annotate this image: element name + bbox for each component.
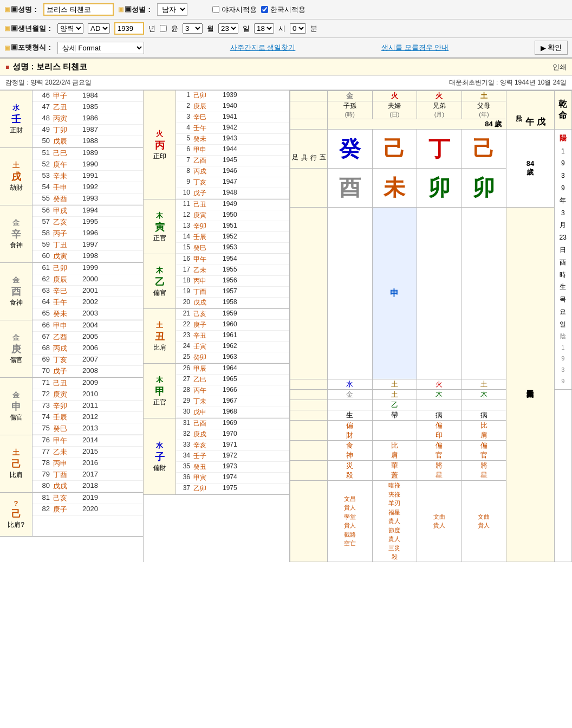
sowoon-year-row: 27乙巳1965 (176, 375, 289, 385)
sowoon-years: 1己卯19392庚辰19403辛巳19414壬午19425癸未19436甲申19… (176, 91, 289, 199)
rel2-shishi: 食神 (328, 441, 373, 461)
taeweol-label: 戊午胎月 (506, 91, 554, 130)
sowoon-column: 火丙正印1己卯19392庚辰19403辛巳19414壬午19425癸未19436… (144, 91, 290, 562)
five-elem-label: 五行具足 (290, 130, 328, 169)
sowoon-num: 35 (178, 462, 190, 472)
daewoon-age: 65 (35, 309, 50, 319)
solar-select[interactable]: 양력음력 (57, 23, 83, 34)
year-label: 년 (148, 24, 155, 34)
sowoon-year-row: 31己酉1969 (176, 418, 289, 429)
rel-nyeonsi: 父母(年) (461, 101, 506, 119)
daewoon-age: 80 (35, 481, 50, 491)
daewoon-year: 2019 (82, 493, 98, 503)
star-shishi: 災殺 (328, 461, 373, 481)
birth-label: ▣생년월일： (4, 24, 53, 34)
sowoon-year-row: 24壬寅1962 (176, 342, 289, 352)
year-input[interactable] (114, 22, 144, 35)
sowoon-meaning: 比肩 (153, 343, 166, 352)
daewoon-age: 58 (35, 229, 50, 239)
min-select[interactable]: 0 (290, 23, 306, 34)
sowoon-year-row: 7乙酉1945 (176, 156, 289, 166)
daewoon-elem-char: 土 (12, 448, 20, 458)
daewoon-year: 1997 (82, 240, 98, 250)
yoon-checkbox[interactable] (160, 25, 167, 32)
daewoon-ganjee: 丁卯 (50, 125, 82, 135)
sowoon-ganjee: 丙午 (190, 386, 223, 395)
sowoon-elem-char: 木 (156, 211, 163, 221)
daewoon-ganjee: 丙子 (50, 229, 82, 239)
day-select[interactable]: 23 (218, 23, 238, 34)
daewoon-ganjee: 庚寅 (50, 390, 82, 400)
sowoon-year-row: 16甲午1954 (176, 254, 289, 265)
daewoon-ganjee: 己巳 (50, 149, 82, 158)
daewoon-year: 1990 (82, 160, 98, 170)
check-date: 감정일 : 양력 2022/2/4 금요일 (5, 78, 92, 87)
daewoon-meaning: 正財 (10, 126, 23, 135)
confirm-arrow: ▶ (541, 44, 546, 52)
status-shishi: 生 (328, 410, 373, 421)
print-button[interactable]: 인쇄 (552, 62, 567, 72)
sowoon-num: 4 (178, 124, 190, 133)
daewoon-name-char: 壬 (11, 113, 21, 126)
daewoon-age: 81 (35, 493, 50, 503)
daewoon-year-row: 56甲戌1994 (32, 205, 143, 217)
daewoon-year: 2014 (82, 436, 98, 446)
hanguk-checkbox[interactable] (261, 6, 268, 13)
daewoon-year: 2012 (82, 413, 98, 422)
daewoon-years: 56甲戌199457乙亥199558丙子199659丁丑199760戊寅1998 (32, 205, 143, 262)
gender-label: ▣성별： (118, 5, 153, 15)
sowoon-ganjee: 庚子 (190, 320, 223, 330)
daewoon-year-row: 60戊寅1998 (32, 251, 143, 262)
format-select[interactable]: 상세 Format (57, 42, 144, 54)
name-label: ▣성명： (4, 5, 39, 15)
sowoon-num: 1 (178, 91, 190, 100)
sowoon-ganjee: 乙酉 (190, 156, 223, 165)
daewoon-age: 72 (35, 390, 50, 400)
sowoon-year: 1954 (223, 255, 237, 264)
daewoon-year: 2020 (82, 505, 98, 514)
daewoon-elem-char: 金 (12, 218, 20, 228)
sowoon-ganjee: 丁未 (190, 397, 223, 406)
confirm-button[interactable]: ▶ 확인 (535, 41, 568, 55)
belem2-shishi: 金 (328, 390, 373, 400)
sowoon-ganjee: 甲午 (190, 255, 223, 264)
daewoon-group: 土己比肩76甲午201477乙未201578丙申201679丁酉201780戊戌… (0, 435, 143, 493)
sowoon-year: 1947 (223, 178, 237, 187)
sowoon-group: 木乙偏官16甲午195417乙未195518丙申195619丁酉195720戊戌… (144, 254, 289, 309)
sowoon-name-char: 子 (155, 450, 165, 463)
daewoon-ganjee: 庚辰 (50, 275, 82, 285)
daewoon-ganjee: 己亥 (50, 493, 82, 503)
daewoon-years: 66甲申200467乙酉200568丙戌200669丁亥200770戊子2008 (32, 320, 143, 377)
sowoon-years: 21己亥195922庚子196023辛丑196124壬寅196225癸卯1963 (176, 309, 289, 363)
daewoon-age: 66 (35, 321, 50, 331)
month-select[interactable]: 3 for(let i=1;i<=12;i++) document.write(… (183, 23, 203, 34)
belem2-wolsi: 木 (417, 390, 462, 400)
era-select[interactable]: ADBC (88, 23, 110, 34)
daewoon-years: 51己巳198952庚午199053辛未199154壬申199255癸酉1993 (32, 148, 143, 205)
sowoon-group: 土丑比肩21己亥195922庚子196023辛丑196124壬寅196225癸卯… (144, 309, 289, 364)
name-input[interactable] (43, 3, 114, 16)
daewoon-element-label: 金辛食神 (0, 205, 32, 262)
daewoon-year-row: 77乙未2015 (32, 447, 143, 458)
daewoon-ganjee: 丁亥 (50, 355, 82, 365)
daewoon-year-row: 57乙亥1995 (32, 217, 143, 228)
yajasi-checkbox[interactable] (212, 6, 219, 13)
heavenly-stem-elements-row: 金 火 火 土 戊午胎月 乾命 (290, 91, 572, 101)
daewoon-year-row: 82庚子2020 (32, 504, 143, 516)
daewoon-year: 1996 (82, 229, 98, 239)
daewoon-ganjee: 甲午 (50, 436, 82, 446)
rel1-wolsi: 偏印 (417, 421, 462, 441)
daewoon-year-row: 66甲申2004 (32, 320, 143, 332)
hanguk-group: 한국시적용 (261, 5, 306, 15)
daewoon-group: 金酉食神61己卯199962庚辰200063辛巳200164壬午200265癸未… (0, 263, 143, 320)
saju-link[interactable]: 사주간지로 생일찾기 (230, 43, 296, 53)
daewoon-ganjee: 辛卯 (50, 401, 82, 411)
gender-select[interactable]: 남자 여자 (157, 3, 187, 16)
birth-link[interactable]: 생시를 모를경우 안내 (381, 43, 448, 53)
rel2-ilsi: 比肩 (372, 441, 417, 461)
daewoon-element-label: 金酉食神 (0, 263, 32, 320)
sowoon-num: 36 (178, 473, 190, 482)
sowoon-num: 16 (178, 255, 190, 264)
hour-select[interactable]: 18 (254, 23, 274, 34)
sowoon-year-row: 23辛丑1961 (176, 331, 289, 342)
